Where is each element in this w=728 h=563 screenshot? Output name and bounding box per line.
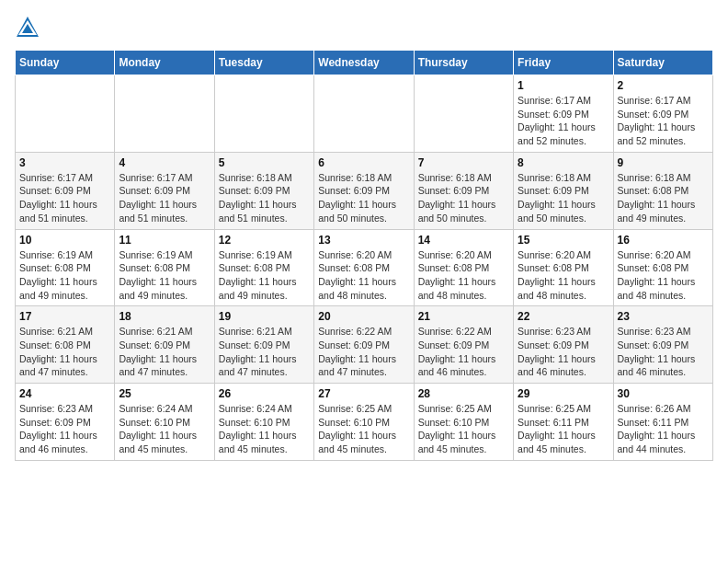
day-number: 21: [418, 310, 509, 323]
day-number: 14: [418, 234, 509, 247]
calendar-cell: 13Sunrise: 6:20 AM Sunset: 6:08 PM Dayli…: [314, 229, 414, 306]
calendar-week-3: 17Sunrise: 6:21 AM Sunset: 6:08 PM Dayli…: [16, 306, 713, 384]
day-info: Sunrise: 6:25 AM Sunset: 6:10 PM Dayligh…: [418, 402, 509, 456]
calendar-cell: [314, 75, 414, 153]
calendar-body: 1Sunrise: 6:17 AM Sunset: 6:09 PM Daylig…: [16, 75, 713, 461]
weekday-header-tuesday: Tuesday: [214, 51, 313, 75]
header: [15, 15, 713, 40]
calendar-week-1: 3Sunrise: 6:17 AM Sunset: 6:09 PM Daylig…: [16, 152, 713, 229]
day-info: Sunrise: 6:20 AM Sunset: 6:08 PM Dayligh…: [518, 248, 609, 303]
calendar-cell: 25Sunrise: 6:24 AM Sunset: 6:10 PM Dayli…: [115, 384, 214, 461]
day-number: 13: [318, 234, 409, 247]
day-info: Sunrise: 6:18 AM Sunset: 6:09 PM Dayligh…: [418, 171, 509, 225]
day-number: 1: [518, 79, 609, 92]
calendar-cell: 30Sunrise: 6:26 AM Sunset: 6:11 PM Dayli…: [613, 384, 712, 461]
calendar-cell: 12Sunrise: 6:19 AM Sunset: 6:08 PM Dayli…: [214, 229, 313, 306]
calendar-cell: 4Sunrise: 6:17 AM Sunset: 6:09 PM Daylig…: [115, 152, 214, 229]
day-info: Sunrise: 6:17 AM Sunset: 6:09 PM Dayligh…: [119, 171, 210, 225]
calendar: SundayMondayTuesdayWednesdayThursdayFrid…: [15, 50, 713, 461]
calendar-cell: 10Sunrise: 6:19 AM Sunset: 6:08 PM Dayli…: [16, 229, 115, 306]
day-number: 6: [318, 156, 409, 169]
calendar-cell: 5Sunrise: 6:18 AM Sunset: 6:09 PM Daylig…: [214, 152, 313, 229]
day-info: Sunrise: 6:23 AM Sunset: 6:09 PM Dayligh…: [518, 325, 609, 379]
weekday-header-friday: Friday: [514, 51, 613, 75]
day-info: Sunrise: 6:18 AM Sunset: 6:09 PM Dayligh…: [518, 171, 609, 225]
day-info: Sunrise: 6:17 AM Sunset: 6:09 PM Dayligh…: [618, 94, 709, 148]
calendar-cell: 18Sunrise: 6:21 AM Sunset: 6:09 PM Dayli…: [115, 306, 214, 384]
day-info: Sunrise: 6:23 AM Sunset: 6:09 PM Dayligh…: [19, 402, 110, 456]
day-number: 19: [219, 310, 310, 323]
calendar-cell: 1Sunrise: 6:17 AM Sunset: 6:09 PM Daylig…: [514, 75, 613, 153]
day-number: 27: [318, 387, 409, 400]
day-info: Sunrise: 6:24 AM Sunset: 6:10 PM Dayligh…: [119, 402, 210, 456]
day-info: Sunrise: 6:20 AM Sunset: 6:08 PM Dayligh…: [318, 248, 409, 303]
day-number: 26: [219, 387, 310, 400]
day-info: Sunrise: 6:25 AM Sunset: 6:10 PM Dayligh…: [318, 402, 409, 456]
calendar-cell: 26Sunrise: 6:24 AM Sunset: 6:10 PM Dayli…: [214, 384, 313, 461]
day-info: Sunrise: 6:17 AM Sunset: 6:09 PM Dayligh…: [518, 94, 609, 148]
calendar-cell: 23Sunrise: 6:23 AM Sunset: 6:09 PM Dayli…: [613, 306, 712, 384]
calendar-cell: 20Sunrise: 6:22 AM Sunset: 6:09 PM Dayli…: [314, 306, 414, 384]
weekday-header-wednesday: Wednesday: [314, 51, 414, 75]
day-info: Sunrise: 6:26 AM Sunset: 6:11 PM Dayligh…: [618, 402, 709, 456]
calendar-cell: 2Sunrise: 6:17 AM Sunset: 6:09 PM Daylig…: [613, 75, 712, 153]
day-info: Sunrise: 6:17 AM Sunset: 6:09 PM Dayligh…: [19, 171, 110, 225]
day-number: 7: [418, 156, 509, 169]
weekday-header-saturday: Saturday: [613, 51, 712, 75]
day-info: Sunrise: 6:18 AM Sunset: 6:09 PM Dayligh…: [318, 171, 409, 225]
calendar-cell: 14Sunrise: 6:20 AM Sunset: 6:08 PM Dayli…: [414, 229, 513, 306]
weekday-header-monday: Monday: [115, 51, 214, 75]
logo: [15, 15, 44, 40]
calendar-cell: 11Sunrise: 6:19 AM Sunset: 6:08 PM Dayli…: [115, 229, 214, 306]
calendar-cell: 28Sunrise: 6:25 AM Sunset: 6:10 PM Dayli…: [414, 384, 513, 461]
calendar-cell: 15Sunrise: 6:20 AM Sunset: 6:08 PM Dayli…: [514, 229, 613, 306]
day-info: Sunrise: 6:22 AM Sunset: 6:09 PM Dayligh…: [318, 325, 409, 379]
day-number: 23: [618, 310, 709, 323]
calendar-cell: [16, 75, 115, 153]
day-info: Sunrise: 6:18 AM Sunset: 6:09 PM Dayligh…: [219, 171, 310, 225]
calendar-cell: 17Sunrise: 6:21 AM Sunset: 6:08 PM Dayli…: [16, 306, 115, 384]
day-number: 9: [618, 156, 709, 169]
calendar-cell: [214, 75, 313, 153]
day-number: 11: [119, 234, 210, 247]
day-number: 5: [219, 156, 310, 169]
day-info: Sunrise: 6:19 AM Sunset: 6:08 PM Dayligh…: [119, 248, 210, 303]
day-info: Sunrise: 6:21 AM Sunset: 6:09 PM Dayligh…: [119, 325, 210, 379]
calendar-week-0: 1Sunrise: 6:17 AM Sunset: 6:09 PM Daylig…: [16, 75, 713, 153]
day-number: 18: [119, 310, 210, 323]
calendar-header: SundayMondayTuesdayWednesdayThursdayFrid…: [16, 51, 713, 75]
day-number: 17: [19, 310, 110, 323]
day-number: 3: [19, 156, 110, 169]
calendar-cell: 3Sunrise: 6:17 AM Sunset: 6:09 PM Daylig…: [16, 152, 115, 229]
calendar-cell: 24Sunrise: 6:23 AM Sunset: 6:09 PM Dayli…: [16, 384, 115, 461]
calendar-cell: 16Sunrise: 6:20 AM Sunset: 6:08 PM Dayli…: [613, 229, 712, 306]
calendar-cell: 29Sunrise: 6:25 AM Sunset: 6:11 PM Dayli…: [514, 384, 613, 461]
calendar-cell: 19Sunrise: 6:21 AM Sunset: 6:09 PM Dayli…: [214, 306, 313, 384]
day-info: Sunrise: 6:23 AM Sunset: 6:09 PM Dayligh…: [618, 325, 709, 379]
day-info: Sunrise: 6:21 AM Sunset: 6:08 PM Dayligh…: [19, 325, 110, 379]
day-number: 16: [618, 234, 709, 247]
day-number: 25: [119, 387, 210, 400]
day-info: Sunrise: 6:24 AM Sunset: 6:10 PM Dayligh…: [219, 402, 310, 456]
logo-icon: [15, 15, 40, 40]
calendar-cell: 27Sunrise: 6:25 AM Sunset: 6:10 PM Dayli…: [314, 384, 414, 461]
day-number: 20: [318, 310, 409, 323]
calendar-cell: 8Sunrise: 6:18 AM Sunset: 6:09 PM Daylig…: [514, 152, 613, 229]
day-info: Sunrise: 6:25 AM Sunset: 6:11 PM Dayligh…: [518, 402, 609, 456]
weekday-header-row: SundayMondayTuesdayWednesdayThursdayFrid…: [16, 51, 713, 75]
day-info: Sunrise: 6:22 AM Sunset: 6:09 PM Dayligh…: [418, 325, 509, 379]
calendar-cell: 21Sunrise: 6:22 AM Sunset: 6:09 PM Dayli…: [414, 306, 513, 384]
calendar-cell: 6Sunrise: 6:18 AM Sunset: 6:09 PM Daylig…: [314, 152, 414, 229]
day-number: 30: [618, 387, 709, 400]
calendar-cell: 22Sunrise: 6:23 AM Sunset: 6:09 PM Dayli…: [514, 306, 613, 384]
day-number: 24: [19, 387, 110, 400]
day-info: Sunrise: 6:20 AM Sunset: 6:08 PM Dayligh…: [618, 248, 709, 303]
day-info: Sunrise: 6:20 AM Sunset: 6:08 PM Dayligh…: [418, 248, 509, 303]
day-info: Sunrise: 6:18 AM Sunset: 6:08 PM Dayligh…: [618, 171, 709, 225]
calendar-week-2: 10Sunrise: 6:19 AM Sunset: 6:08 PM Dayli…: [16, 229, 713, 306]
calendar-cell: 7Sunrise: 6:18 AM Sunset: 6:09 PM Daylig…: [414, 152, 513, 229]
calendar-cell: [414, 75, 513, 153]
day-number: 8: [518, 156, 609, 169]
day-number: 2: [618, 79, 709, 92]
day-number: 29: [518, 387, 609, 400]
